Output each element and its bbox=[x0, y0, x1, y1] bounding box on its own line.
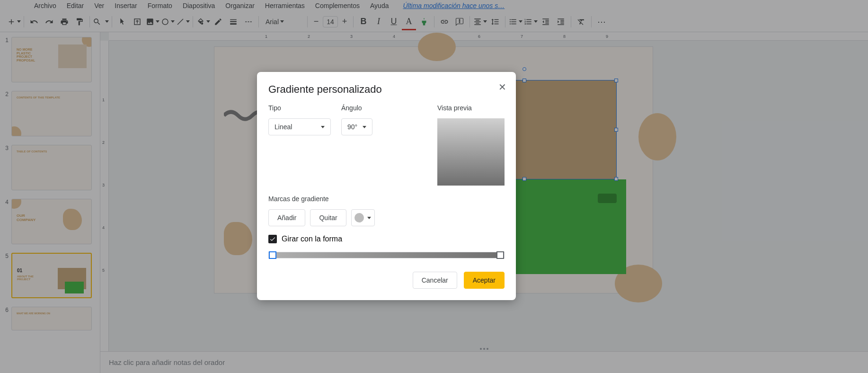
gradient-stop-handle[interactable] bbox=[496, 251, 504, 259]
dialog-title: Gradiente personalizado bbox=[268, 83, 505, 96]
type-label: Tipo bbox=[268, 104, 331, 112]
gradient-dialog: Gradiente personalizado ✕ Tipo Lineal Án… bbox=[257, 72, 516, 300]
gradient-angle-select[interactable]: 90° bbox=[341, 118, 372, 135]
stop-color-picker[interactable] bbox=[351, 209, 375, 226]
stops-label: Marcas de gradiente bbox=[268, 195, 505, 203]
cancel-button[interactable]: Cancelar bbox=[413, 272, 457, 289]
rotate-with-shape-checkbox[interactable] bbox=[268, 235, 277, 243]
accept-button[interactable]: Aceptar bbox=[464, 272, 505, 289]
gradient-stops-bar[interactable] bbox=[268, 252, 505, 258]
preview-label: Vista previa bbox=[437, 104, 505, 112]
dialog-close-button[interactable]: ✕ bbox=[498, 81, 506, 93]
rotate-label: Girar con la forma bbox=[282, 235, 342, 243]
add-stop-button[interactable]: Añadir bbox=[268, 209, 305, 226]
gradient-stop-handle[interactable] bbox=[269, 251, 276, 259]
gradient-type-select[interactable]: Lineal bbox=[268, 118, 331, 135]
remove-stop-button[interactable]: Quitar bbox=[310, 209, 346, 226]
gradient-preview bbox=[437, 118, 505, 186]
angle-label: Ángulo bbox=[341, 104, 372, 112]
